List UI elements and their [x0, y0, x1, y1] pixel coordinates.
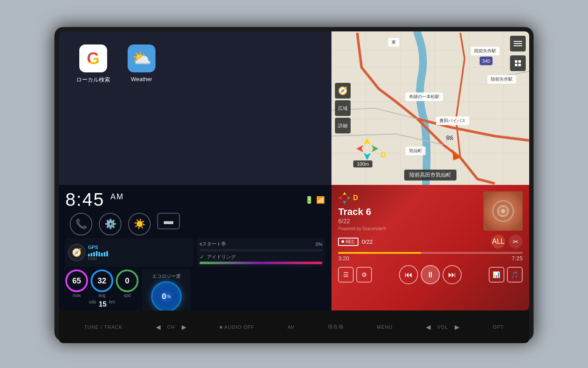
prev-arrow[interactable]: ◀: [156, 324, 161, 331]
svg-text:🏁: 🏁: [446, 135, 454, 143]
playback-controls: ☰ ⚙ ⏮ ⏸ ⏭ 📊 🎵: [338, 265, 523, 284]
music-controls-row: REC 0/22 ALL ✂: [338, 235, 523, 249]
gps-signal-bars: [88, 251, 108, 256]
playlist-btn[interactable]: ☰: [338, 267, 354, 283]
map-label-east: 東: [388, 38, 399, 47]
menu-line-2: [514, 43, 522, 44]
music-powered-by: Powered by Gracenote®: [338, 226, 479, 231]
screen: G ローカル検索 ⛅ Weather: [59, 31, 529, 310]
idling-label: アイドリング: [207, 254, 236, 260]
svg-marker-20: [372, 145, 378, 152]
tune-track-label: TUNE / TRACK: [84, 324, 122, 330]
gauge-max: 65 max: [65, 269, 88, 298]
direction-d-label: D: [380, 150, 386, 160]
menu-label[interactable]: MENU: [377, 324, 392, 330]
pause-btn[interactable]: ⏸: [421, 265, 440, 284]
vol-down-btn[interactable]: ◀: [426, 324, 431, 331]
map-menu-btn[interactable]: [510, 36, 526, 51]
rec-badge: REC: [338, 238, 358, 246]
eco-title: エコロジー度: [152, 273, 181, 279]
phone-btn[interactable]: 📞: [70, 213, 92, 235]
app-grid: G ローカル検索 ⛅ Weather: [59, 31, 331, 185]
svg-marker-22: [343, 201, 346, 204]
svg-marker-19: [356, 145, 363, 152]
music-time-current: 3:20: [338, 255, 349, 262]
gps-section: 🧭 GPS: [65, 238, 193, 267]
display-btn[interactable]: ☀️: [128, 213, 151, 235]
navigation-arrows: [355, 137, 379, 161]
ch-label: CH: [167, 324, 175, 330]
eco-gauge: 0 %: [151, 281, 182, 310]
gps-bar-7: [104, 252, 105, 256]
map-controls: 🧭 広域 詳細: [335, 83, 351, 133]
weather-emoji-icon: ⛅: [132, 49, 152, 68]
gauge-avg-label: avg: [98, 293, 105, 298]
music-shuffle-btn[interactable]: ✂: [509, 235, 523, 249]
map-location-label: 陸前高田市気仙町: [404, 170, 456, 181]
opt-label[interactable]: OPT: [493, 324, 504, 330]
current-label[interactable]: 現在地: [328, 324, 344, 330]
estart-value: 0%: [316, 242, 323, 247]
gauge-max-label: max: [73, 293, 81, 298]
map-detail-btn[interactable]: 詳細: [335, 118, 351, 133]
music-all-btn[interactable]: ALL: [491, 235, 505, 249]
battery-icon: 🔋: [305, 196, 314, 204]
estart-progress-bar: [199, 249, 322, 252]
music-track-name: Track 6: [338, 206, 479, 218]
svg-marker-17: [364, 138, 371, 145]
track-progress-bar[interactable]: [338, 252, 523, 254]
camera-btn[interactable]: ▬: [157, 213, 180, 229]
av-label[interactable]: AV: [287, 324, 294, 330]
time-value: 8:45: [65, 189, 105, 210]
estart-section: eスタート率 0% ✓ アイドリング: [197, 238, 325, 267]
map-label-station: 陸前矢作駅: [471, 47, 500, 55]
gps-label: GPS: [88, 245, 108, 250]
gauge-max-value: 65: [72, 276, 81, 286]
menu-line-1: [514, 41, 522, 42]
map-label-station2: 陸前矢作駅: [487, 75, 516, 84]
gps-bar-4: [96, 251, 98, 256]
quick-actions: 📞 ⚙️ ☀️ ▬: [65, 213, 325, 235]
gauge-odo-label: odo: [89, 300, 96, 308]
eco-section: エコロジー度 0 % 設定 履歴: [142, 269, 191, 310]
gps-bar-3: [93, 252, 95, 256]
bottom-bar: TUNE / TRACK ◀ CH ▶ ■ AUDIO OFF AV 現在地 M…: [59, 310, 529, 343]
gauge-spd-label: spd: [124, 293, 131, 298]
gauge-spd: 0 spd: [116, 269, 139, 298]
weather-app-icon[interactable]: ⛅ Weather: [128, 44, 155, 82]
music-header: D Track 6 6/22 Powered by Gracenote®: [338, 191, 523, 231]
weather-icon-img: ⛅: [128, 44, 155, 72]
signal-icon: 📶: [316, 196, 325, 204]
next-btn[interactable]: ⏭: [443, 265, 462, 284]
visualizer-btn[interactable]: 📊: [489, 267, 504, 283]
rec-track-counter: 0/22: [362, 239, 373, 245]
idling-header: ✓ アイドリング: [199, 253, 322, 260]
google-app-label: ローカル検索: [76, 76, 110, 84]
idling-section: ✓ アイドリング: [199, 253, 322, 264]
map-menu-btn2[interactable]: [510, 55, 526, 71]
map-scale: 100m: [353, 160, 372, 167]
idling-check: ✓: [199, 253, 205, 260]
settings-btn[interactable]: ⚙️: [99, 213, 122, 235]
dash-right: 65 max 32 avg 0: [65, 269, 325, 310]
left-controls-group: ☰ ⚙: [338, 267, 372, 283]
vol-label: VOL: [437, 324, 448, 330]
gauge-max-circle: 65: [65, 269, 88, 292]
ampm-value: AM: [110, 192, 124, 201]
menu-line-3: [514, 45, 522, 46]
music-note-btn[interactable]: 🎵: [507, 267, 523, 283]
map-wide-btn[interactable]: 広域: [335, 100, 351, 116]
map-compass-btn[interactable]: 🧭: [335, 83, 351, 99]
equalizer-btn[interactable]: ⚙: [356, 267, 372, 283]
gauges-row-bottom: odo 15 km: [65, 300, 139, 308]
music-time-total: 7:25: [512, 255, 523, 262]
estart-label: eスタート率: [199, 241, 226, 247]
google-app-icon[interactable]: G ローカル検索: [76, 44, 110, 84]
album-art: [483, 191, 523, 231]
svg-text:340: 340: [482, 58, 490, 64]
prev-btn[interactable]: ⏮: [399, 265, 418, 284]
audio-off-label[interactable]: ■ AUDIO OFF: [220, 324, 254, 330]
next-arrow-ch[interactable]: ▶: [182, 324, 186, 331]
vol-up-btn[interactable]: ▶: [455, 324, 460, 331]
gauges-row-top: 65 max 32 avg 0: [65, 269, 139, 298]
